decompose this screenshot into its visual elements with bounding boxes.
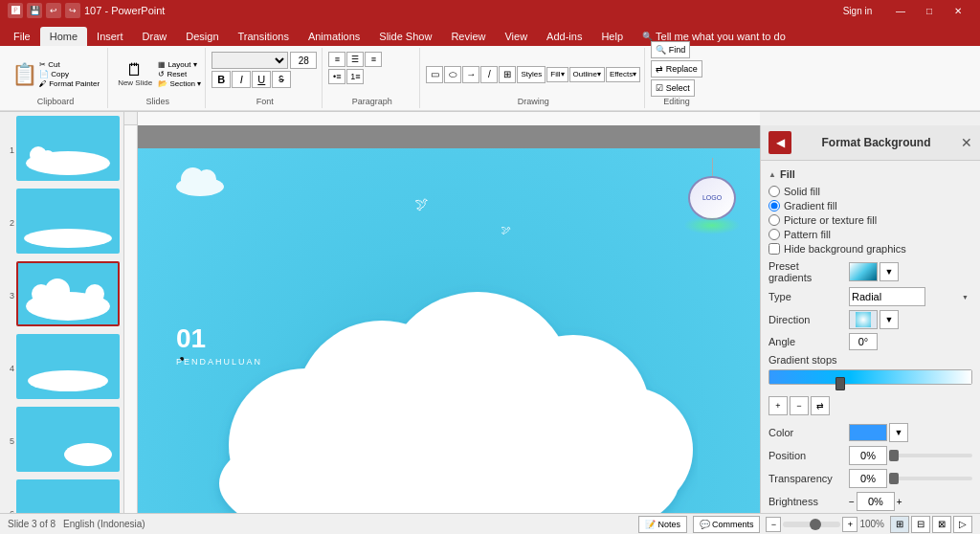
italic-button[interactable]: I <box>232 71 251 88</box>
paste-button[interactable]: 📋 ✂ Cut 📄 Copy 🖌 Format Painter <box>8 58 103 90</box>
direction-swatch[interactable] <box>849 310 878 329</box>
tab-file[interactable]: File <box>4 27 40 46</box>
align-center-button[interactable]: ☰ <box>346 52 364 67</box>
tab-help[interactable]: Help <box>591 27 633 46</box>
color-swatch[interactable] <box>849 424 887 441</box>
font-size-input[interactable] <box>290 52 317 69</box>
type-select[interactable]: Radial Linear Rectangular <box>849 287 925 306</box>
tab-slideshow[interactable]: Slide Show <box>369 27 441 46</box>
align-right-button[interactable]: ≡ <box>365 52 382 67</box>
comments-button[interactable]: 💬 Comments <box>693 516 761 533</box>
quick-styles-button[interactable]: Styles <box>517 66 546 83</box>
gradient-bar[interactable] <box>768 369 972 385</box>
close-button[interactable]: ✕ <box>944 0 972 21</box>
select-button[interactable]: ☑ Select <box>651 79 695 97</box>
tab-review[interactable]: Review <box>441 27 495 46</box>
tab-addins[interactable]: Add-ins <box>537 27 591 46</box>
slide-thumb-6[interactable] <box>16 479 120 513</box>
quick-access-save[interactable]: 💾 <box>27 3 42 18</box>
number-list-button[interactable]: 1≡ <box>346 69 364 84</box>
transparency-input[interactable] <box>849 469 887 488</box>
align-left-button[interactable]: ≡ <box>328 52 345 67</box>
angle-input[interactable] <box>849 333 878 350</box>
shape-effects-button[interactable]: Effects▾ <box>606 67 640 82</box>
tab-animations[interactable]: Animations <box>299 27 369 46</box>
direction-dropdown-btn[interactable]: ▼ <box>880 310 899 329</box>
reset-button[interactable]: ↺ Reset <box>158 70 201 78</box>
slide-thumb-1[interactable] <box>16 116 120 181</box>
transparency-slider-thumb[interactable] <box>889 473 899 484</box>
find-button[interactable]: 🔍 Find <box>651 41 690 58</box>
shape-oval[interactable]: ⬭ <box>444 66 461 83</box>
app-icon[interactable]: 🅿 <box>8 3 23 18</box>
gradient-stop-1[interactable] <box>835 377 845 390</box>
slide-sorter-button[interactable]: ⊟ <box>911 516 930 533</box>
quick-access-undo[interactable]: ↩ <box>46 3 61 18</box>
maximize-button[interactable]: □ <box>915 0 944 21</box>
underline-button[interactable]: U <box>252 71 271 88</box>
pattern-fill-radio[interactable] <box>768 229 780 240</box>
slideshow-view-button[interactable]: ▷ <box>953 516 972 533</box>
slide-item-1[interactable]: 1 <box>4 116 120 185</box>
canvas-area[interactable]: 🕊 🕊 LOGO <box>138 125 760 513</box>
panel-close-button[interactable]: ✕ <box>961 135 972 150</box>
add-stop-btn[interactable]: + <box>768 396 788 415</box>
bold-button[interactable]: B <box>212 71 231 88</box>
format-painter-button[interactable]: 🖌 Format Painter <box>39 79 100 88</box>
slide-thumb-5[interactable] <box>16 407 120 472</box>
tab-draw[interactable]: Draw <box>133 27 177 46</box>
gradient-fill-radio[interactable] <box>768 200 780 211</box>
position-input[interactable] <box>849 446 887 465</box>
bullet-list-button[interactable]: •≡ <box>328 69 345 84</box>
tab-insert[interactable]: Insert <box>87 27 133 46</box>
slide-item-5[interactable]: 5 <box>4 407 120 476</box>
tab-home[interactable]: Home <box>40 27 87 46</box>
hide-bg-checkbox[interactable] <box>768 243 780 255</box>
zoom-slider-thumb[interactable] <box>810 519 821 530</box>
zoom-out-button[interactable]: − <box>766 517 781 532</box>
slide-item-4[interactable]: 4 <box>4 334 120 403</box>
minimize-button[interactable]: — <box>886 0 915 21</box>
slide-thumb-3[interactable] <box>16 261 120 326</box>
preset-dropdown-btn[interactable]: ▼ <box>880 262 899 281</box>
zoom-in-button[interactable]: + <box>842 517 858 532</box>
shape-fill-button[interactable]: Fill▾ <box>546 67 568 82</box>
shape-rect[interactable]: ▭ <box>426 66 443 83</box>
new-slide-button[interactable]: 🗒 New Slide <box>114 59 156 89</box>
normal-view-button[interactable]: ⊞ <box>890 516 909 533</box>
slide-item-6[interactable]: 6 <box>4 479 120 513</box>
slide-item-3[interactable]: 3 <box>4 261 120 330</box>
signin-button[interactable]: Sign in <box>829 0 886 21</box>
preset-gradient-swatch[interactable] <box>849 262 878 281</box>
shape-arrow[interactable]: → <box>462 66 479 83</box>
quick-access-redo[interactable]: ↪ <box>65 3 80 18</box>
position-slider-thumb[interactable] <box>889 450 899 461</box>
brightness-minus-btn[interactable]: − <box>849 497 855 507</box>
picture-fill-radio[interactable] <box>768 214 780 226</box>
slide-thumb-4[interactable] <box>16 334 120 399</box>
shape-line[interactable]: / <box>480 66 498 83</box>
notes-button[interactable]: 📝 Notes <box>638 516 687 533</box>
strikethrough-button[interactable]: S̶ <box>272 71 291 88</box>
copy-button[interactable]: 📄 Copy <box>39 70 100 78</box>
section-button[interactable]: 📂 Section ▾ <box>158 79 201 88</box>
reading-view-button[interactable]: ⊠ <box>932 516 951 533</box>
shape-outline-button[interactable]: Outline▾ <box>569 67 605 82</box>
slide-item-2[interactable]: 2 <box>4 189 120 257</box>
replace-button[interactable]: ⇄ Replace <box>651 60 702 78</box>
slide-canvas[interactable]: 🕊 🕊 LOGO <box>138 148 760 513</box>
brightness-plus-btn[interactable]: + <box>897 497 902 507</box>
remove-stop-btn[interactable]: − <box>790 396 809 415</box>
arrange-button[interactable]: ⊞ <box>499 66 516 83</box>
color-dropdown-btn[interactable]: ▼ <box>889 423 908 442</box>
tab-design[interactable]: Design <box>176 27 228 46</box>
tab-view[interactable]: View <box>495 27 537 46</box>
reverse-stops-btn[interactable]: ⇄ <box>811 396 830 415</box>
panel-back-button[interactable]: ◀ <box>768 131 791 154</box>
brightness-input[interactable] <box>857 492 895 511</box>
layout-button[interactable]: ▦ Layout ▾ <box>158 60 201 69</box>
slide-thumb-2[interactable] <box>16 189 120 254</box>
tab-transitions[interactable]: Transitions <box>229 27 299 46</box>
font-family-select[interactable] <box>212 52 288 69</box>
cut-button[interactable]: ✂ Cut <box>39 60 100 69</box>
